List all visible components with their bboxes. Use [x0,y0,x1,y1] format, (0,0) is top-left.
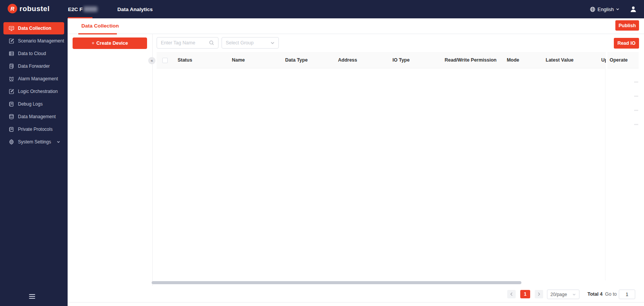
top-bar: R robustel E2C F Data Analytics English [0,0,644,18]
active-nav-underline [68,17,92,18]
data-management-icon [8,114,15,120]
active-tab-underline [78,33,117,34]
create-device-button[interactable]: +Create Device [73,37,147,49]
sidebar-item-label: Scenario Management [18,38,64,44]
tab-data-collection[interactable]: Data Collection [81,18,119,34]
sidebar-item-alarm-management[interactable]: Alarm Management [3,73,64,85]
plus-icon: + [92,41,94,46]
goto-page-input[interactable] [619,290,635,299]
chevron-down-icon [57,140,60,144]
read-io-button[interactable]: Read IO [614,38,639,49]
group-select-placeholder: Select Group [226,40,254,46]
fixed-column-border [605,69,605,280]
language-label: English [597,7,614,12]
redacted-text-blur [84,7,97,12]
total-count: Total 4 [587,290,602,299]
sidebar-item-label: Logic Orchestration [18,89,58,94]
row-marker [634,81,638,83]
language-selector[interactable]: English [590,7,620,12]
sidebar-item-label: System Settings [18,139,51,145]
chevrons-left-icon: « [150,58,153,63]
sidebar-item-label: Alarm Management [18,76,58,81]
tag-search-input[interactable]: Enter Tag Name [157,37,218,49]
sidebar-item-label: Data Management [18,114,56,119]
prev-page-button[interactable] [507,290,516,298]
column-header-data-type: Data Type [285,52,308,68]
top-navigation: E2C F Data Analytics [68,0,153,18]
sidebar-item-data-to-cloud[interactable]: Data to Cloud [3,47,64,60]
chevron-down-icon [270,41,275,45]
sidebar-item-label: Data to Cloud [18,51,46,56]
scenario-management-icon [8,38,15,44]
robustel-r-icon: R [8,4,17,13]
sidebar-item-system-settings[interactable]: System Settings [3,136,64,148]
sidebar-item-scenario-management[interactable]: Scenario Management [3,35,64,47]
sidebar-collapse-icon[interactable] [29,293,35,300]
table-header-scroll: StatusNameData TypeAddressIO TypeRead/Wr… [157,52,606,68]
chevron-left-icon [510,292,513,296]
page-1-button[interactable]: 1 [520,290,530,298]
column-header-read-write-permission: Read/Write Permission [445,52,497,68]
sidebar-menu: Data CollectionScenario ManagementData t… [0,18,68,148]
nav-item-data-analytics[interactable]: Data Analytics [117,0,153,18]
chevron-right-icon [537,292,541,296]
chevron-down-icon [572,293,576,296]
content-bottom-border [68,302,644,303]
sidebar-item-private-protocols[interactable]: Private Protocols [3,123,64,135]
column-header-latest-value: Latest Value [546,52,574,68]
data-forwarder-icon [8,63,15,69]
column-header-up: Up [601,52,606,68]
app-window: R robustel E2C F Data Analytics English [0,0,644,306]
collapse-panel-toggle[interactable]: « [148,57,155,64]
column-header-mode: Mode [507,52,519,68]
user-avatar-icon[interactable] [629,5,637,13]
robustel-logo[interactable]: R robustel [8,4,50,13]
globe-icon [590,7,595,12]
select-all-checkbox[interactable] [162,58,168,63]
data-to-cloud-icon [8,50,15,57]
data-collection-icon [8,25,15,31]
row-marker [634,96,638,97]
logic-orchestration-icon [8,88,15,94]
sidebar: Data CollectionScenario ManagementData t… [0,18,68,306]
sidebar-item-data-management[interactable]: Data Management [3,111,64,123]
horizontal-scrollbar[interactable] [152,281,521,284]
sidebar-item-data-collection[interactable]: Data Collection [3,22,64,34]
column-header-io-type: IO Type [393,52,410,68]
private-protocols-icon [8,126,15,132]
row-marker [634,110,638,111]
column-header-name: Name [232,52,245,68]
nav-item-e2c[interactable]: E2C F [68,0,97,18]
page-size-select[interactable]: 20/page [547,290,579,299]
logo-text: robustel [19,5,50,13]
column-header-status: Status [178,52,192,68]
group-select[interactable]: Select Group [222,37,279,49]
debug-logs-icon [8,101,15,107]
sidebar-item-label: Data Forwarder [18,63,50,69]
column-header-address: Address [338,52,357,68]
sidebar-item-label: Data Collection [18,26,51,31]
sidebar-item-logic-orchestration[interactable]: Logic Orchestration [3,85,64,98]
page-size-value: 20/page [550,292,567,297]
sidebar-item-label: Debug Logs [18,101,43,107]
alarm-management-icon [8,76,15,82]
content-tab-bar [68,18,644,34]
sidebar-item-debug-logs[interactable]: Debug Logs [3,98,64,110]
search-icon [209,40,214,46]
tag-search-placeholder: Enter Tag Name [161,40,195,46]
sidebar-item-label: Private Protocols [18,127,53,132]
publish-button[interactable]: Publish [615,20,639,31]
chevron-down-icon [616,7,620,11]
top-right-controls: English [590,0,637,18]
panel-divider [152,34,153,286]
next-page-button[interactable] [535,290,543,298]
sidebar-item-data-forwarder[interactable]: Data Forwarder [3,60,64,72]
row-marker [634,124,638,125]
goto-label: Go to [605,290,617,299]
system-settings-icon [8,139,15,145]
operate-column-header: Operate [607,52,639,68]
